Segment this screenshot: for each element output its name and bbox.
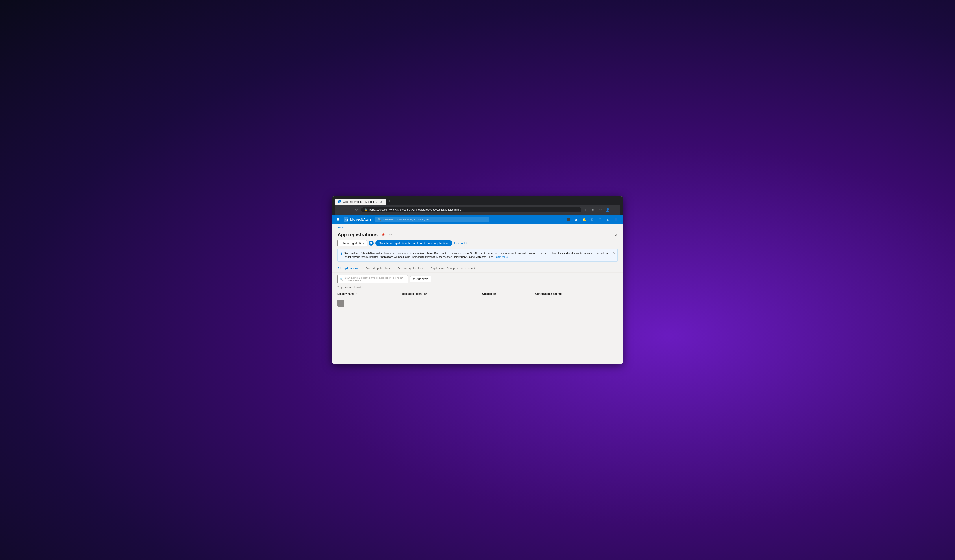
breadcrumb-separator: ›: [345, 226, 346, 229]
tab-favicon: A: [338, 200, 341, 203]
tab-deleted-applications-label: Deleted applications: [398, 267, 424, 270]
tab-all-applications-label: All applications: [337, 267, 359, 270]
feedback-icon-button[interactable]: ☺: [604, 216, 611, 223]
row-display-name: [337, 297, 399, 309]
col-certs-label: Certificates & secrets: [535, 292, 562, 295]
banner-main-text: Starting June 30th, 2020 we will no long…: [344, 252, 608, 258]
col-display-name-label: Display name: [337, 292, 354, 295]
col-created-on-label: Created on: [482, 292, 496, 295]
blade-toolbar: + New registration 3 Click 'New registra…: [332, 237, 623, 249]
tab-deleted-applications[interactable]: Deleted applications: [394, 265, 427, 272]
learn-more-link[interactable]: Learn more: [495, 256, 508, 258]
tab-personal-account-applications-label: Applications from personal account: [431, 267, 475, 270]
col-app-id-label: Application (client) ID: [399, 292, 427, 295]
step-badge: 3: [369, 241, 374, 246]
tab-owned-applications[interactable]: Owned applications: [362, 265, 394, 272]
tooltip-bubble: Click 'New registration' button to add a…: [375, 240, 452, 246]
col-certs: Certificates & secrets: [535, 290, 618, 297]
tab-personal-account-applications[interactable]: Applications from personal account: [427, 265, 479, 272]
new-registration-button[interactable]: + New registration: [337, 240, 367, 246]
azure-logo: Az Microsoft Azure: [344, 217, 371, 222]
browser-toolbar: ← → ↻ 🔒 portal.azure.com/#view/Microsoft…: [335, 205, 620, 215]
main-content: Home › App registrations 📌 ··· ✕ + New r…: [332, 224, 623, 363]
tab-owned-applications-label: Owned applications: [366, 267, 390, 270]
filter-icon: ⊕: [413, 278, 415, 281]
plus-icon: +: [340, 242, 342, 245]
hamburger-menu-button[interactable]: ☰: [336, 217, 341, 223]
feedback-link[interactable]: feedback?: [454, 242, 467, 245]
close-panel-button[interactable]: ✕: [615, 233, 618, 237]
add-filters-button[interactable]: ⊕ Add filters: [410, 276, 431, 282]
profile-button[interactable]: 👤: [604, 207, 611, 213]
row-certs: [535, 297, 618, 309]
azure-logo-text: Microsoft Azure: [350, 218, 371, 221]
reload-button[interactable]: ↻: [353, 207, 359, 213]
sort-icon-display-name: ↑: [356, 293, 357, 295]
search-placeholder: Search resources, services, and docs (G+…: [383, 218, 429, 221]
more-options-button[interactable]: ···: [388, 232, 393, 237]
filter-bar: 🔍 Start typing a display name or applica…: [332, 273, 623, 286]
settings-button[interactable]: ⚙: [589, 216, 596, 223]
notifications-button[interactable]: 🔔: [581, 216, 588, 223]
tabs-container: All applications Owned applications Dele…: [332, 262, 623, 273]
breadcrumb: Home ›: [332, 224, 623, 231]
topnav-right-icons: ⬛ ⊞ 🔔 ⚙ ? ☺ 👤: [565, 216, 619, 223]
directory-button[interactable]: ⊞: [573, 216, 580, 223]
page-title-text: App registrations: [337, 232, 377, 237]
banner-text: Starting June 30th, 2020 we will no long…: [344, 251, 614, 259]
screenshot-button[interactable]: ⊕: [590, 207, 596, 213]
row-created-on: [482, 297, 535, 309]
results-table: Display name ↑ Application (client) ID C…: [337, 290, 618, 309]
global-search[interactable]: 🔍 Search resources, services, and docs (…: [375, 217, 489, 222]
col-created-on[interactable]: Created on ↕: [482, 290, 535, 297]
page-header: App registrations 📌 ··· ✕: [332, 231, 623, 237]
add-filters-label: Add filters: [416, 278, 428, 281]
col-app-id: Application (client) ID: [399, 290, 482, 297]
azure-logo-icon: Az: [344, 217, 348, 222]
results-count: 2 applications found: [337, 286, 618, 289]
help-button[interactable]: ?: [596, 216, 603, 223]
address-text: portal.azure.com/#view/Microsoft_AAD_Reg…: [369, 208, 461, 211]
tab-title: App registrations - Microsof...: [343, 200, 377, 203]
table-row[interactable]: [337, 297, 618, 309]
address-bar[interactable]: 🔒 portal.azure.com/#view/Microsoft_AAD_R…: [361, 207, 581, 212]
results-area: 2 applications found Display name ↑ Appl…: [332, 286, 623, 309]
svg-text:Az: Az: [345, 218, 348, 221]
lock-icon: 🔒: [364, 208, 368, 211]
back-button[interactable]: ←: [337, 207, 344, 213]
info-icon: ℹ: [341, 252, 342, 256]
filter-placeholder: Start typing a display name or applicati…: [345, 276, 405, 282]
menu-button[interactable]: ⋮: [611, 207, 618, 213]
filter-search-icon: 🔍: [340, 278, 343, 281]
active-tab[interactable]: A App registrations - Microsof... ✕: [335, 199, 386, 205]
info-banner: ℹ Starting June 30th, 2020 we will no lo…: [337, 249, 618, 262]
app-avatar: [337, 299, 344, 307]
tab-all-applications[interactable]: All applications: [337, 265, 362, 272]
bookmark-button[interactable]: ☆: [597, 207, 603, 213]
account-button[interactable]: 👤: [612, 216, 619, 223]
banner-close-button[interactable]: ✕: [612, 251, 615, 254]
filter-input-container[interactable]: 🔍 Start typing a display name or applica…: [337, 275, 408, 283]
row-app-id: [399, 297, 482, 309]
cast-button[interactable]: ⊡: [583, 207, 589, 213]
breadcrumb-home-link[interactable]: Home: [337, 226, 344, 229]
new-registration-label: New registration: [343, 242, 364, 245]
cloud-shell-button[interactable]: ⬛: [565, 216, 572, 223]
tooltip-text: Click 'New registration' button to add a…: [379, 242, 449, 245]
search-icon: 🔍: [378, 218, 381, 221]
azure-topnav: ☰ Az Microsoft Azure 🔍 Search resources,…: [332, 215, 623, 224]
pin-button[interactable]: 📌: [380, 232, 386, 237]
new-tab-button[interactable]: +: [387, 198, 393, 204]
tab-close-button[interactable]: ✕: [379, 200, 383, 204]
sort-icon-created-on: ↕: [498, 293, 499, 295]
browser-toolbar-actions: ⊡ ⊕ ☆ 👤 ⋮: [583, 207, 618, 213]
page-title: App registrations 📌 ···: [337, 232, 393, 237]
forward-button[interactable]: →: [345, 207, 352, 213]
col-display-name[interactable]: Display name ↑: [337, 290, 399, 297]
